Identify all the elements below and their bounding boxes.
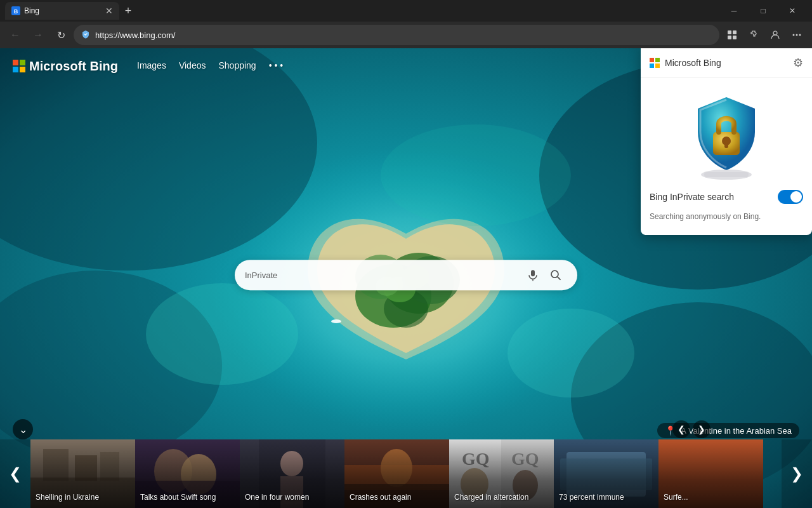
news-item-crashes[interactable]: Crashes out again (344, 439, 449, 508)
svg-rect-2 (728, 30, 731, 34)
tab-favicon: B (11, 6, 20, 15)
refresh-button[interactable]: ↻ (51, 25, 71, 45)
carousel-nav-next-top[interactable]: ❯ (693, 420, 710, 438)
active-tab[interactable]: B Bing ✕ (5, 2, 119, 20)
new-tab-button[interactable]: + (119, 2, 137, 20)
inprivate-setting-label: Bing InPrivate search (650, 192, 734, 202)
nav-bar: ← → ↻ (0, 22, 812, 48)
svg-point-9 (799, 34, 801, 36)
svg-point-20 (331, 319, 341, 323)
bing-nav: Images Videos Shopping • • • (137, 60, 283, 72)
svg-point-27 (381, 124, 571, 226)
carousel-nav-top: ❮ ❯ (672, 420, 710, 438)
popup-ms-red (650, 58, 654, 62)
svg-line-31 (558, 277, 561, 280)
search-box[interactable]: InPrivate (235, 260, 577, 290)
svg-rect-3 (733, 30, 737, 34)
popup-ms-logo (650, 58, 660, 68)
browser-chrome: B Bing ✕ + ─ □ ✕ ← → ↻ (0, 0, 812, 508)
svg-point-6 (773, 31, 777, 35)
settings-more-button[interactable] (787, 25, 807, 45)
address-bar[interactable] (74, 25, 719, 45)
extensions-button[interactable] (743, 25, 764, 45)
extension-favorites-button[interactable] (722, 25, 742, 45)
minimize-button[interactable]: ─ (719, 0, 749, 22)
popup-title-row: Microsoft Bing (650, 58, 721, 68)
svg-rect-5 (733, 36, 737, 39)
svg-rect-63 (724, 143, 728, 148)
popup-ms-yellow (655, 64, 660, 68)
popup-ms-green (655, 58, 660, 62)
svg-rect-4 (728, 36, 731, 39)
toggle-knob (790, 191, 802, 203)
ms-logo-blue (13, 67, 18, 72)
nav-images[interactable]: Images (137, 60, 166, 72)
ms-logo-yellow (20, 67, 25, 72)
news-item-title-immune: 73 percent immune (559, 493, 653, 503)
inprivate-popup: Microsoft Bing ⚙ (641, 48, 812, 235)
news-item-title-surf: Surfe... (664, 493, 758, 503)
close-button[interactable]: ✕ (778, 0, 807, 22)
search-button[interactable] (544, 264, 567, 286)
news-item-ukraine[interactable]: Shelling in Ukraine (30, 439, 135, 508)
news-item-title-ukraine: Shelling in Ukraine (36, 493, 130, 503)
tab-title: Bing (24, 6, 102, 15)
tab-bar: B Bing ✕ + (5, 0, 717, 22)
svg-point-7 (793, 34, 795, 36)
news-item-surf[interactable]: Surfe... (658, 439, 763, 508)
inprivate-label: InPrivate (245, 271, 277, 280)
nav-actions (722, 25, 807, 45)
news-item-immune[interactable]: 73 percent immune (554, 439, 658, 508)
window-controls: ─ □ ✕ (719, 0, 807, 22)
nav-videos[interactable]: Videos (179, 60, 206, 72)
news-items: Shelling in Ukraine (30, 439, 782, 508)
nav-more[interactable]: • • • (269, 60, 283, 72)
news-item-women[interactable]: One in four women (240, 439, 344, 508)
maximize-button[interactable]: □ (749, 0, 778, 22)
news-item-title-swift: Talks about Swift song (140, 493, 235, 503)
popup-gear-button[interactable]: ⚙ (793, 56, 803, 70)
security-icon (81, 30, 90, 41)
forward-button[interactable]: → (28, 25, 48, 45)
inprivate-setting-row: Bing InPrivate search (650, 190, 803, 204)
popup-body: Bing InPrivate search Searching anonymou… (641, 78, 812, 235)
news-item-title-crashes: Crashes out again (350, 493, 444, 503)
carousel-next-button[interactable]: ❯ (782, 439, 812, 508)
ms-logo (13, 60, 25, 72)
news-carousel: ❮ (0, 439, 812, 508)
news-item-swift[interactable]: Talks about Swift song (135, 439, 240, 508)
popup-ms-blue (650, 64, 654, 68)
mic-button[interactable] (521, 264, 544, 286)
address-input[interactable] (95, 30, 712, 40)
inprivate-toggle[interactable] (778, 190, 803, 204)
search-input[interactable] (282, 269, 521, 281)
svg-rect-28 (531, 270, 535, 276)
bing-page: Microsoft Bing Images Videos Shopping • … (0, 48, 812, 508)
tab-close-button[interactable]: ✕ (105, 6, 113, 16)
svg-point-25 (146, 283, 298, 385)
collapse-button[interactable]: ⌄ (13, 419, 33, 439)
profile-button[interactable] (765, 25, 785, 45)
title-bar: B Bing ✕ + ─ □ ✕ (0, 0, 812, 22)
collapse-icon: ⌄ (19, 424, 27, 436)
svg-rect-65 (704, 172, 749, 177)
carousel-prev-button[interactable]: ❮ (0, 439, 30, 508)
carousel-nav-prev-top[interactable]: ❮ (672, 420, 690, 438)
browser-content: Microsoft Bing Images Videos Shopping • … (0, 48, 812, 508)
bing-logo[interactable]: Microsoft Bing (13, 59, 118, 74)
bing-logo-text: Microsoft Bing (29, 59, 118, 74)
nav-shopping[interactable]: Shopping (218, 60, 256, 72)
ms-logo-red (13, 60, 18, 65)
back-button[interactable]: ← (5, 25, 25, 45)
news-item-charged[interactable]: GQ GQ Charged in altercation (449, 439, 554, 508)
ms-logo-green (20, 60, 25, 65)
popup-header: Microsoft Bing ⚙ (641, 48, 812, 78)
svg-text:B: B (14, 8, 18, 15)
popup-description: Searching anonymously on Bing. (650, 211, 803, 222)
svg-point-26 (508, 309, 634, 398)
search-container: InPrivate (235, 260, 577, 290)
popup-title-text: Microsoft Bing (665, 58, 721, 68)
news-item-title-women: One in four women (245, 493, 339, 503)
lock-icon-container (650, 91, 803, 180)
news-item-title-charged: Charged in altercation (454, 493, 549, 503)
